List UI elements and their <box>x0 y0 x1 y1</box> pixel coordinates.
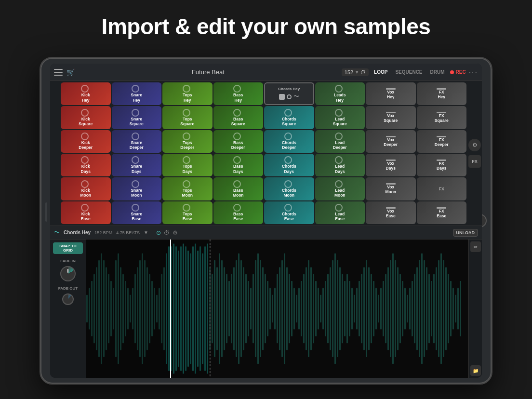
pad-snare-hey[interactable]: SnareHey <box>112 82 162 105</box>
pads-row-5: KickMoon SnareMoon TopsMoon BassMoon Cho… <box>61 177 466 200</box>
expand-icon[interactable]: ▼ <box>144 230 148 235</box>
pad-kick-moon[interactable]: KickMoon <box>61 177 111 200</box>
pad-chords-square[interactable]: ChordsSquare <box>264 106 314 129</box>
pad-tops-days[interactable]: TopsDays <box>162 154 213 176</box>
editor-toolbar: 〜 Chords Hey 152 BPM - 4.75 BEATS ▼ ⊙ ⏱ … <box>50 226 482 239</box>
pad-tops-hey[interactable]: TopsHey <box>162 82 213 105</box>
ipad-side-button <box>45 202 47 222</box>
pads-row-1: KickHey SnareHey TopsHey BassHey Chords … <box>61 82 466 105</box>
fade-in-knob[interactable] <box>60 266 76 281</box>
pads-area: KickHey SnareHey TopsHey BassHey Chords … <box>50 81 482 226</box>
more-options-icon[interactable]: ··· <box>469 68 478 77</box>
pad-chords-days[interactable]: ChordsDays <box>264 154 314 176</box>
folder-button[interactable]: 📁 <box>470 365 481 376</box>
pad-bass-ease[interactable]: BassEase <box>213 201 264 224</box>
pad-lead-deeper[interactable]: LeadDeeper <box>315 130 365 153</box>
pad-tops-deeper[interactable]: TopsDeeper <box>162 130 213 153</box>
pad-fx-deeper[interactable]: FXDeeper <box>417 130 467 153</box>
pad-vox-deeper[interactable]: VoxDeeper <box>366 130 416 153</box>
pad-lead-days[interactable]: LeadDays <box>315 154 365 176</box>
pad-snare-days[interactable]: SnareDays <box>112 154 162 176</box>
drum-mode-btn[interactable]: DRUM <box>428 68 447 76</box>
pad-tops-moon[interactable]: TopsMoon <box>162 177 213 200</box>
svg-rect-163 <box>210 239 468 378</box>
pads-grid: KickHey SnareHey TopsHey BassHey Chords … <box>60 81 467 226</box>
fade-out-label: FADE OUT <box>53 286 83 291</box>
pad-leads-hey[interactable]: LeadsHey <box>315 82 365 105</box>
pad-vox-hey[interactable]: VoxHey <box>366 82 416 105</box>
pad-fx-days[interactable]: FXDays <box>417 154 467 176</box>
fade-out-knob[interactable] <box>62 293 74 305</box>
pad-lead-ease[interactable]: LeadEase <box>315 201 365 224</box>
pad-vox-days[interactable]: VoxDays <box>366 154 416 176</box>
pad-fx-ease[interactable]: FXEase <box>417 201 467 224</box>
top-bar: 🛒 Future Beat 152 ▼ ⏱ LOOP SEQUENCE DRUM… <box>50 64 482 81</box>
hamburger-menu-icon[interactable] <box>54 69 63 76</box>
pad-snare-ease[interactable]: SnareEase <box>112 201 162 224</box>
pad-vox-ease[interactable]: VoxEase <box>366 201 416 224</box>
pads-row-6: KickEase SnareEase TopsEase BassEase Cho… <box>61 201 466 224</box>
pad-kick-days[interactable]: KickDays <box>61 154 111 176</box>
metronome-icon: ⏱ <box>360 69 366 75</box>
fx-button[interactable]: FX <box>468 155 481 168</box>
pads-right-controls: ⚙ FX <box>467 81 482 226</box>
pad-fx-hey[interactable]: FXHey <box>417 82 467 105</box>
bpm-value: 152 <box>345 69 353 75</box>
editor-toolbar-right: UNLOAD <box>453 229 479 237</box>
sample-name: Chords Hey <box>64 230 91 235</box>
ipad-screen: 🛒 Future Beat 152 ▼ ⏱ LOOP SEQUENCE DRUM… <box>50 64 482 378</box>
pad-bass-square[interactable]: BassSquare <box>213 106 264 129</box>
pad-chords-deeper[interactable]: ChordsDeeper <box>264 130 314 153</box>
bpm-display[interactable]: 152 ▼ ⏱ <box>342 68 369 76</box>
pad-kick-deeper[interactable]: KickDeeper <box>61 130 111 153</box>
rec-label: REC <box>456 69 466 75</box>
page-container: Import & edit your own samples 🛒 Future … <box>0 0 532 40</box>
pads-row-2: KickSquare SnareSquare TopsSquare BassSq… <box>61 106 466 129</box>
pad-tops-ease[interactable]: TopsEase <box>162 201 213 224</box>
edit-icon-button[interactable]: ✏ <box>470 241 481 252</box>
waveform-container[interactable] <box>86 239 468 378</box>
unload-button[interactable]: UNLOAD <box>453 229 479 237</box>
loop-mode-btn[interactable]: LOOP <box>372 68 390 76</box>
pad-kick-square[interactable]: KickSquare <box>61 106 111 129</box>
pad-bass-deeper[interactable]: BassDeeper <box>213 130 264 153</box>
pad-bass-days[interactable]: BassDays <box>213 154 264 176</box>
bpm-arrow: ▼ <box>355 70 359 75</box>
track-title: Future Beat <box>75 68 342 76</box>
pad-fx-square[interactable]: FXSquare <box>417 106 467 129</box>
sequence-mode-btn[interactable]: SEQUENCE <box>393 68 425 76</box>
pads-left-button[interactable] <box>50 81 60 226</box>
snap-to-grid-button[interactable]: SNAP TO GRID <box>53 242 83 254</box>
pad-vox-moon[interactable]: VoxMoon <box>366 177 416 200</box>
cart-icon[interactable]: 🛒 <box>66 68 75 76</box>
pad-fx-moon[interactable]: FX <box>417 177 467 200</box>
editor-right-buttons: ✏ 📁 <box>468 239 482 378</box>
sliders-icon[interactable]: ⚙ <box>173 229 178 236</box>
svg-rect-157 <box>86 239 171 378</box>
sample-info: 152 BPM - 4.75 BEATS <box>94 230 140 235</box>
rec-dot <box>450 70 454 74</box>
pad-bass-moon[interactable]: BassMoon <box>213 177 264 200</box>
pad-kick-ease[interactable]: KickEase <box>61 201 111 224</box>
pad-chords-hey[interactable]: Chords Hey 〜 <box>264 82 314 105</box>
svg-rect-159 <box>171 239 210 378</box>
pad-tops-square[interactable]: TopsSquare <box>162 106 213 129</box>
pad-vox-square[interactable]: VoxSquare <box>366 106 416 129</box>
eq-button[interactable]: ⚙ <box>468 139 481 151</box>
pad-bass-hey[interactable]: BassHey <box>213 82 264 105</box>
headline: Import & edit your own samples <box>0 0 532 40</box>
pad-lead-moon[interactable]: LeadMoon <box>315 177 365 200</box>
editor-area: 〜 Chords Hey 152 BPM - 4.75 BEATS ▼ ⊙ ⏱ … <box>50 226 482 378</box>
pad-lead-square[interactable]: LeadSquare <box>315 106 365 129</box>
top-bar-right: 152 ▼ ⏱ LOOP SEQUENCE DRUM REC ··· <box>342 68 478 77</box>
rec-button[interactable]: REC <box>450 69 466 75</box>
waveform-svg <box>86 239 468 378</box>
pad-snare-square[interactable]: SnareSquare <box>112 106 162 129</box>
loop-marker-icon[interactable]: ⊙ <box>156 229 161 236</box>
pad-snare-moon[interactable]: SnareMoon <box>112 177 162 200</box>
pad-kick-hey[interactable]: KickHey <box>61 82 111 105</box>
pad-chords-moon[interactable]: ChordsMoon <box>264 177 314 200</box>
pad-snare-deeper[interactable]: SnareDeeper <box>112 130 162 153</box>
clock-icon[interactable]: ⏱ <box>164 229 170 236</box>
pad-chords-ease[interactable]: ChordsEase <box>264 201 314 224</box>
